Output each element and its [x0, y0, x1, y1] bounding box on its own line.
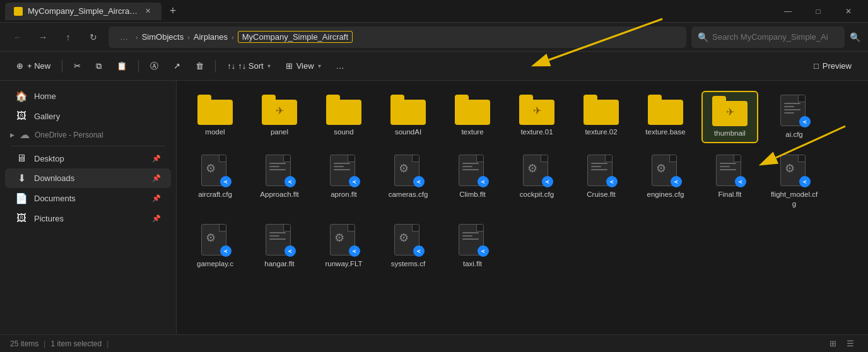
path-dots[interactable]: … — [116, 31, 132, 43]
folder-panel[interactable]: ✈ panel — [251, 91, 308, 143]
svg-text:≺: ≺ — [802, 119, 807, 125]
up-button[interactable]: ↑ — [58, 27, 78, 47]
file-cruiseflt[interactable]: ≺ Cruise.flt — [573, 151, 630, 213]
file-cockpitcfg[interactable]: ⚙ ≺ cockpit.cfg — [508, 151, 565, 213]
refresh-button[interactable]: ↻ — [83, 27, 103, 47]
folder-texture02[interactable]: texture.02 — [573, 91, 630, 143]
file-hangarflt[interactable]: ≺ hangar.flt — [251, 220, 308, 273]
file-aircraftcfg-icon: ⚙ ≺ — [201, 155, 229, 187]
path-airplanes[interactable]: Airplanes — [194, 32, 228, 42]
sidebar-item-pictures[interactable]: 🖼 Pictures 📌 — [5, 209, 171, 228]
search-button[interactable]: 🔍 — [850, 32, 860, 42]
paste-button[interactable]: 📋 — [110, 56, 133, 76]
file-finalflt[interactable]: ≺ Final.flt — [701, 151, 758, 213]
new-tab-button[interactable]: + — [164, 3, 182, 20]
file-runwayflt[interactable]: ⚙ ≺ runway.FLT — [315, 220, 372, 273]
file-finalflt-label: Final.flt — [718, 190, 741, 199]
file-enginescfg-icon: ⚙ ≺ — [652, 155, 679, 187]
sidebar-desktop-label: Desktop — [34, 154, 64, 163]
file-apronflt[interactable]: ≺ apron.flt — [315, 151, 372, 213]
maximize-button[interactable]: □ — [804, 0, 833, 23]
path-simobjects[interactable]: SimObjects — [142, 32, 184, 42]
folder-model[interactable]: model — [187, 91, 243, 143]
file-systemscfg[interactable]: ⚙ ≺ systems.cf — [380, 220, 437, 273]
folder-model-label: model — [205, 127, 225, 137]
file-flightmodelcfg[interactable]: ⚙ ≺ flight_model.cfg — [766, 151, 823, 213]
file-taxiflt-label: taxi.flt — [463, 259, 482, 269]
view-label: View — [296, 61, 314, 71]
sidebar-documents-label: Documents — [34, 194, 76, 203]
file-gameplayc[interactable]: ⚙ ≺ gameplay.c — [187, 220, 243, 273]
file-runwayflt-label: runway.FLT — [325, 259, 362, 269]
view-icon: ⊞ — [286, 61, 293, 71]
new-button[interactable]: ⊕ + New — [10, 56, 57, 76]
tab-label: MyCompany_Simple_Aircra… — [28, 6, 138, 16]
sort-button[interactable]: ↑↓ ↑↓ Sort ▾ — [221, 56, 276, 76]
delete-button[interactable]: 🗑 — [189, 56, 210, 76]
rename-button[interactable]: Ⓐ — [144, 56, 165, 76]
file-approachflt[interactable]: ≺ Approach.flt — [251, 151, 308, 213]
copy-button[interactable]: ⧉ — [90, 56, 108, 76]
forward-button[interactable]: → — [33, 27, 53, 47]
onedrive-icon: ☁ — [18, 129, 31, 141]
svg-text:≺: ≺ — [545, 179, 549, 185]
close-button[interactable]: ✕ — [834, 0, 863, 23]
address-path[interactable]: … › SimObjects › Airplanes › MyCompany_S… — [108, 26, 686, 48]
list-view-button[interactable]: ☰ — [843, 337, 858, 350]
sidebar-item-gallery[interactable]: 🖼 Gallery — [5, 107, 171, 126]
minimize-button[interactable]: — — [773, 0, 802, 23]
svg-text:≺: ≺ — [674, 179, 678, 185]
folder-thumbnail[interactable]: ✈ thumbnail — [701, 91, 758, 143]
file-climbflt[interactable]: ≺ Climb.flt — [444, 151, 501, 213]
sidebar-divider — [10, 146, 166, 146]
sidebar-onedrive-expander[interactable]: ▶ ☁ OneDrive - Personal — [0, 126, 176, 143]
svg-text:≺: ≺ — [416, 249, 421, 254]
file-aircraftcfg[interactable]: ⚙ ≺ aircraft.cfg — [187, 151, 243, 213]
home-icon: 🏠 — [15, 90, 28, 102]
folder-sound[interactable]: sound — [315, 91, 372, 143]
status-separator: | — [44, 339, 45, 348]
file-cruiseflt-label: Cruise.flt — [587, 190, 615, 199]
path-mycompany[interactable]: MyCompany_Simple_Aircraft — [238, 31, 353, 43]
file-hangarflt-label: hangar.flt — [264, 259, 294, 269]
downloads-pin-icon: 📌 — [152, 174, 161, 182]
svg-text:≺: ≺ — [609, 179, 614, 185]
folder-texturebase[interactable]: texture.base — [637, 91, 694, 143]
view-buttons: ⊞ ☰ — [825, 337, 858, 350]
file-taxiflt-icon: ≺ — [459, 224, 486, 257]
back-button[interactable]: ← — [8, 27, 28, 47]
share-button[interactable]: ↗ — [167, 56, 187, 76]
folder-texture01[interactable]: ✈ texture.01 — [508, 91, 565, 143]
folder-soundai[interactable]: soundAI — [380, 91, 437, 143]
file-camerascfg[interactable]: ⚙ ≺ cameras.cfg — [380, 151, 437, 213]
title-bar: MyCompany_Simple_Aircra… ✕ + — □ ✕ — [0, 0, 868, 23]
sidebar-downloads-label: Downloads — [34, 173, 74, 183]
preview-button[interactable]: □ Preview — [807, 57, 858, 74]
sidebar-item-documents[interactable]: 📄 Documents 📌 — [5, 189, 171, 208]
file-cockpitcfg-label: cockpit.cfg — [520, 190, 554, 199]
file-taxiflt[interactable]: ≺ taxi.flt — [444, 220, 501, 273]
expand-icon: ▶ — [10, 132, 15, 138]
file-aicfg[interactable]: ≺ ai.cfg — [766, 91, 823, 143]
item-count: 25 items — [10, 339, 38, 348]
tab[interactable]: MyCompany_Simple_Aircra… ✕ — [5, 3, 161, 20]
more-button[interactable]: … — [330, 56, 351, 76]
sidebar-item-downloads[interactable]: ⬇ Downloads 📌 — [5, 168, 171, 188]
toolbar-separator-1 — [62, 60, 62, 73]
view-button[interactable]: ⊞ View ▾ — [279, 56, 327, 76]
sidebar-item-home[interactable]: 🏠 Home — [5, 86, 171, 106]
folder-texture[interactable]: texture — [444, 91, 501, 143]
search-icon: 🔍 — [698, 32, 708, 42]
cut-button[interactable]: ✂ — [67, 56, 87, 76]
search-input[interactable] — [712, 32, 838, 42]
sidebar-onedrive-label: OneDrive - Personal — [35, 131, 103, 139]
tab-close-button[interactable]: ✕ — [143, 6, 153, 16]
toolbar-separator-3 — [215, 60, 216, 73]
svg-text:≺: ≺ — [352, 249, 356, 254]
sidebar-item-desktop[interactable]: 🖥 Desktop 📌 — [5, 149, 171, 168]
folder-panel-label: panel — [271, 127, 288, 137]
folder-texture02-icon — [584, 95, 619, 125]
search-box[interactable]: 🔍 — [691, 26, 845, 48]
file-enginescfg[interactable]: ⚙ ≺ engines.cfg — [637, 151, 694, 213]
grid-view-button[interactable]: ⊞ — [825, 337, 840, 350]
